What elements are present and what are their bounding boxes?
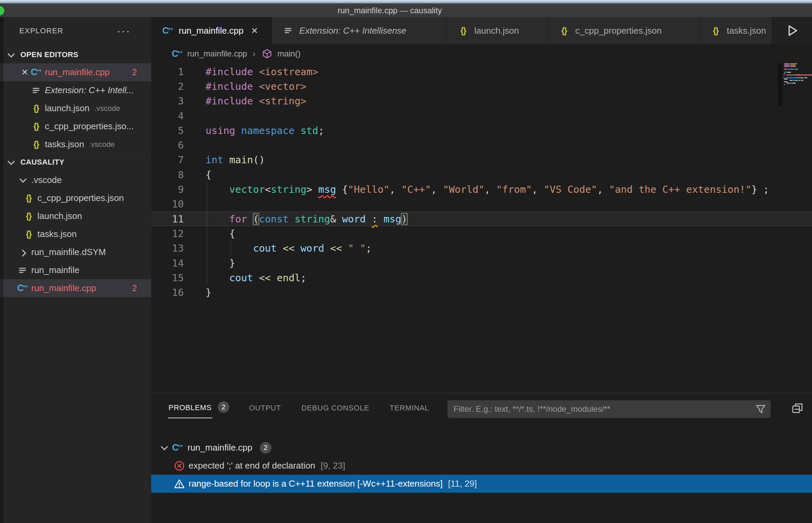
line-content: { (206, 228, 235, 239)
traffic-light-green-icon[interactable] (0, 6, 4, 16)
line-number: 8 (151, 169, 184, 181)
file-label: run_mainfile.cpp (31, 283, 96, 293)
file-label: launch.json (37, 211, 82, 221)
minimap-line (784, 84, 812, 85)
line-number: 13 (151, 242, 184, 254)
problem-row-warning[interactable]: range-based for loop is a C++11 extensio… (151, 475, 812, 493)
line-content: for (const string& word : msg) (206, 213, 407, 225)
list-file-icon (18, 266, 27, 275)
tree-item-run-mainfile-cpp[interactable]: C++run_mainfile.cpp2 (0, 279, 151, 297)
run-play-icon[interactable] (784, 23, 799, 38)
line-number: 3 (151, 95, 184, 107)
more-actions-icon[interactable]: ··· (117, 29, 131, 33)
tab-run-mainfile-cpp[interactable]: C++run_mainfile.cpp✕ (151, 17, 272, 44)
line-number: 15 (151, 272, 184, 284)
problems-count-badge: 2 (260, 442, 271, 454)
editor-tab-bar: C++run_mainfile.cpp✕Extension: C++ Intel… (151, 17, 812, 44)
open-editor-c-cpp-properties-jso[interactable]: {}c_cpp_properties.jso... (0, 117, 151, 135)
background-window-strip (0, 0, 812, 4)
panel-tab-output[interactable]: OUTPUT (248, 396, 282, 418)
file-label: .vscode (31, 175, 62, 185)
problems-file-group[interactable]: C++ run_mainfile.cpp 2 (151, 439, 812, 457)
line-number: 2 (151, 81, 184, 92)
line-content: } (206, 287, 211, 298)
code-line-2: 2#include <vector> (151, 79, 812, 94)
line-number: 10 (151, 198, 184, 210)
code-line-7: 7int main() (151, 153, 812, 167)
tab-label: run_mainfile.cpp (179, 26, 244, 36)
code-line-3: 3#include <string> (151, 94, 812, 108)
code-editor[interactable]: 1#include <iostream>2#include <vector>3#… (151, 63, 812, 393)
minimap-line (784, 66, 812, 67)
file-label: run_mainfile (31, 265, 80, 275)
panel-tab-problems[interactable]: PROBLEMS2 (168, 396, 229, 418)
line-content: { (206, 169, 211, 181)
open-editor-launch-json[interactable]: {}launch.json.vscode (0, 99, 151, 117)
close-icon[interactable]: ✕ (20, 67, 30, 77)
file-label: tasks.json (37, 229, 77, 239)
chevron-down-icon (161, 443, 168, 450)
tab-launch-json[interactable]: {}launch.json (447, 17, 548, 44)
file-label: Extension: C++ Intell... (45, 85, 134, 96)
tree-item-vscode[interactable]: .vscode (0, 171, 151, 189)
line-content: #include <string> (206, 95, 306, 107)
open-editor-extension-c-intell[interactable]: Extension: C++ Intell... (0, 81, 151, 99)
minimap-line (784, 67, 812, 68)
minimap-line (784, 69, 812, 70)
tab-tasks-json[interactable]: {}tasks.json (699, 17, 772, 44)
cpp-file-icon: C++ (171, 443, 183, 452)
tree-item-run-mainfile[interactable]: run_mainfile (0, 261, 151, 279)
json-file-icon: {} (561, 27, 566, 35)
file-suffix: .vscode (89, 140, 115, 149)
tab-bar-corner (772, 17, 812, 44)
code-line-11: 11 for (const string& word : msg) (151, 212, 812, 226)
panel-restore-icon[interactable] (791, 402, 804, 415)
open-editors-section-header[interactable]: OPEN EDITORS (0, 46, 151, 63)
list-file-icon (31, 86, 41, 95)
open-editor-tasks-json[interactable]: {}tasks.json.vscode (0, 135, 151, 153)
file-label: launch.json (45, 103, 90, 114)
tree-item-c-cpp-properties-json[interactable]: {}c_cpp_properties.json (0, 189, 151, 207)
filter-funnel-icon[interactable] (756, 404, 766, 414)
json-file-icon: {} (26, 212, 31, 220)
vscode-window: { "palette": { "pink": "#C586C0", "blue"… (0, 0, 812, 523)
tab-c-cpp-properties-json[interactable]: {}c_cpp_properties.json (548, 17, 699, 44)
json-file-icon: {} (33, 122, 38, 131)
close-icon[interactable]: ✕ (251, 26, 258, 36)
minimap-line (784, 63, 812, 64)
workspace-section-header[interactable]: CAUSALITY (0, 153, 151, 171)
panel-tab-terminal[interactable]: TERMINAL (389, 396, 430, 418)
panel-tab-bar: PROBLEMS2OUTPUTDEBUG CONSOLETERMINAL (168, 393, 430, 421)
tab-extension-c-intellisense[interactable]: Extension: C++ Intellisense (272, 17, 447, 44)
json-file-icon: {} (26, 194, 31, 202)
breadcrumb-item-run-mainfile-cpp[interactable]: C++run_mainfile.cpp (171, 49, 247, 58)
title-bar: run_mainfile.cpp — causality (0, 4, 812, 17)
indent-guide (230, 241, 231, 256)
minimap[interactable] (782, 63, 812, 152)
minimap-warning-mark (801, 77, 802, 79)
chevron-down-icon (19, 175, 27, 183)
cpp-file-icon: C++ (172, 49, 182, 58)
minimap-line (784, 76, 812, 77)
code-line-5: 5using namespace std; (151, 123, 812, 138)
cpp-file-icon: C++ (31, 68, 41, 77)
minimap-line (784, 65, 812, 66)
breadcrumb: C++run_mainfile.cpp›main() (151, 44, 812, 63)
code-line-4: 4 (151, 108, 812, 123)
code-line-14: 14 } (151, 256, 812, 270)
breadcrumb-label: run_mainfile.cpp (187, 49, 247, 58)
problem-row-error[interactable]: expected ';' at end of declaration[9, 23… (151, 457, 812, 475)
line-content: #include <vector> (206, 81, 306, 92)
line-content: } (206, 257, 235, 269)
tree-item-tasks-json[interactable]: {}tasks.json (0, 225, 151, 243)
chevron-right-icon (19, 250, 26, 257)
problems-filter-input[interactable] (447, 400, 771, 418)
code-line-9: 9 vector<string> msg {"Hello", "C++", "W… (151, 182, 812, 197)
explorer-title: EXPLORER (19, 27, 63, 35)
breadcrumb-item-main[interactable]: main() (261, 49, 300, 59)
tree-item-launch-json[interactable]: {}launch.json (0, 207, 151, 225)
code-line-15: 15 cout << endl; (151, 270, 812, 285)
open-editor-run-mainfile-cpp[interactable]: ✕C++run_mainfile.cpp2 (0, 63, 151, 81)
panel-tab-debug-console[interactable]: DEBUG CONSOLE (301, 396, 370, 418)
tree-item-run-mainfile-dsym[interactable]: run_mainfile.dSYM (0, 243, 151, 261)
